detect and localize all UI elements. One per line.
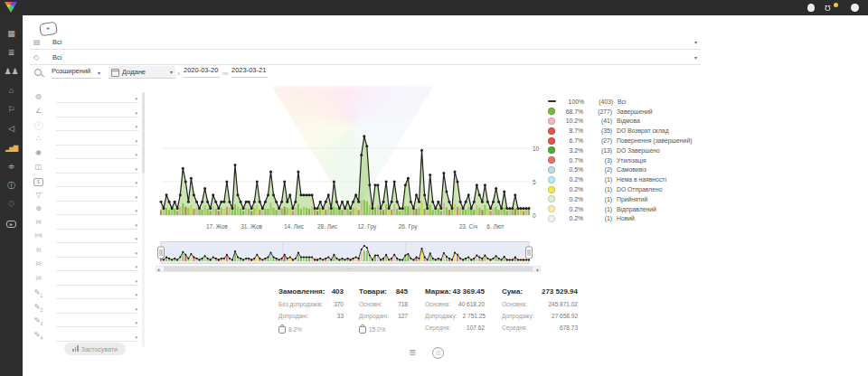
legend-item[interactable]: 3.2%(13)DO Завершено xyxy=(548,146,692,155)
legend-label: Прийнятий xyxy=(617,196,647,202)
stats-row: Основна:245 871.02 xyxy=(502,301,578,307)
legend-label: Утилізація xyxy=(617,157,646,164)
video-guide-icon[interactable]: ▸ xyxy=(0,218,23,230)
legend-marker xyxy=(548,205,555,212)
legend-item[interactable]: 0.7%(3)Утилізація xyxy=(548,155,692,165)
utm-source-filter[interactable]: {s}▾ xyxy=(32,219,138,230)
date-field-dropdown[interactable]: Додане ▾ xyxy=(108,66,175,79)
dropdown-underline xyxy=(56,298,138,299)
chevron-down-icon: ▾ xyxy=(135,278,137,284)
legend-count: (1) xyxy=(586,186,612,193)
notifications-bell-icon[interactable]: Ω xyxy=(825,4,831,13)
stats-row-value: 678.73 xyxy=(560,324,578,331)
x-axis-label: 6. Лют xyxy=(486,223,504,230)
info-icon[interactable]: ⓘ xyxy=(0,180,23,192)
legend-item[interactable]: 0.5%(2)Самовивіз xyxy=(548,165,692,175)
date-to-input[interactable]: 2023-03-21 xyxy=(231,66,268,78)
trend-filter[interactable]: ∠▾ xyxy=(32,107,138,118)
utm-medium-filter[interactable]: {m}▾ xyxy=(32,232,138,244)
settings-sliders-icon[interactable]: ≑ xyxy=(0,161,23,173)
store-icon[interactable]: ⌂ xyxy=(0,85,23,97)
stats-title-value: 403 xyxy=(332,287,344,296)
user-icon[interactable] xyxy=(807,4,815,12)
orders-view-icon[interactable]: ≣ xyxy=(409,347,416,357)
stats-row-value: 370 xyxy=(334,301,344,307)
notification-badge xyxy=(834,3,838,7)
legend-item[interactable]: 0.2%(1)Відправлений xyxy=(548,204,692,214)
custom-field-4-filter[interactable]: ✎4▾ xyxy=(32,331,138,343)
legend-item[interactable]: 10.2%(41)Відмова xyxy=(548,117,692,127)
legend-item[interactable]: 8.7%(35)DO Возврат склад xyxy=(548,126,692,136)
legend-item[interactable]: 6.7%(27)Повернення (завершений) xyxy=(548,136,692,146)
pricing-tag-icon[interactable]: ⚐ xyxy=(0,104,23,116)
clients-icon[interactable]: ♟♟ xyxy=(0,66,23,78)
custom-field-3-filter[interactable]: ✎3▾ xyxy=(32,316,138,328)
app-logo-icon[interactable] xyxy=(5,2,17,13)
status-filter[interactable]: ▤ Всі ▾ xyxy=(30,36,701,50)
help-filter[interactable]: ?▾ xyxy=(32,120,138,132)
country-filter[interactable]: ◍▾ xyxy=(32,92,138,104)
legend-percent: 0.2% xyxy=(560,196,583,202)
legend-count: (41) xyxy=(586,118,612,124)
stats-column: Маржа:43 369.45Основна:40 618.20Допродаж… xyxy=(425,287,485,331)
stats-title: Замовлення:403 xyxy=(278,287,344,296)
location-filter[interactable]: ◉▾ xyxy=(32,148,138,160)
chart-navigator[interactable] xyxy=(156,241,541,265)
status-filter-value: Всі xyxy=(52,38,61,46)
svg-text:10: 10 xyxy=(533,146,540,152)
legend-label: Нема в наявності xyxy=(617,176,666,183)
funnel-filter[interactable]: ▽▾ xyxy=(32,191,138,202)
payment-filter[interactable]: $▾ xyxy=(32,176,138,188)
statistics-chart-icon[interactable]: ▂▅▇ xyxy=(0,142,23,154)
legend-item[interactable]: 0.2%(1)DO Отправлено xyxy=(548,184,692,194)
legend-item[interactable]: 0.2%(1)Нема в наявності xyxy=(548,174,692,184)
products-filter[interactable]: ◇ Всі ▾ xyxy=(30,52,701,65)
stats-row: Основні:718 xyxy=(359,301,408,307)
chevron-down-icon: ▾ xyxy=(135,180,137,185)
marketing-megaphone-icon[interactable]: ◁ xyxy=(0,123,23,135)
product-icon: ◫ xyxy=(32,163,45,171)
legend-item[interactable]: 0.2%(1)Прийнятий xyxy=(548,194,692,204)
legend-item[interactable]: 0.2%(1)Новий xyxy=(548,214,692,224)
filter-panel-scrollbar[interactable] xyxy=(142,92,145,347)
scroll-left-icon[interactable]: ◂ xyxy=(157,267,160,272)
utm-term-filter[interactable]: {t}▾ xyxy=(32,247,138,258)
scrollbar-thumb[interactable] xyxy=(142,92,145,174)
dropdown-underline xyxy=(56,270,138,271)
calendar-icon xyxy=(111,69,119,77)
legend-marker xyxy=(548,127,555,135)
custom-field-1-filter[interactable]: ✎1▾ xyxy=(32,288,138,300)
svg-text:5: 5 xyxy=(533,179,536,185)
funnel-icon: ▽ xyxy=(32,191,45,199)
navigator-handle[interactable] xyxy=(526,247,533,258)
legend-marker xyxy=(548,215,555,222)
legend-count: (3) xyxy=(586,157,612,164)
navigator-handle[interactable] xyxy=(158,247,165,258)
structure-filter[interactable]: ∴▾ xyxy=(32,135,138,146)
stats-title-value: 845 xyxy=(396,287,408,296)
stats-row-value: 2 751.25 xyxy=(463,313,486,319)
date-from-input[interactable]: 2020-03-20 xyxy=(184,66,220,78)
website-filter[interactable]: ⊕▾ xyxy=(32,204,138,216)
utm-content-filter[interactable]: {c}▾ xyxy=(32,260,138,272)
apply-button[interactable]: Застосувати xyxy=(64,343,126,355)
dashboard-icon[interactable]: ▦ xyxy=(0,28,23,40)
legend-item[interactable]: 68.7%(277)Завершений xyxy=(548,107,692,117)
orders-list-icon[interactable]: ≣ xyxy=(0,47,23,59)
scrollbar-thumb[interactable]: ⋯ xyxy=(164,267,533,271)
legend-percent: 100% xyxy=(561,99,584,105)
custom-field-2-filter[interactable]: ✎2▾ xyxy=(32,303,138,315)
avatar-icon[interactable] xyxy=(851,4,859,12)
legend-item[interactable]: 100%(403)Всі xyxy=(548,97,692,107)
date-from-label: з xyxy=(177,70,180,76)
legend-count: (1) xyxy=(586,206,612,212)
chart-scrollbar[interactable]: ◂ ⋯ ▸ xyxy=(156,266,541,272)
product-filter[interactable]: ◫▾ xyxy=(32,163,138,174)
scroll-right-icon[interactable]: ▸ xyxy=(536,267,539,272)
stats-row-label: Допродажу: xyxy=(502,313,534,319)
utm-campaign-filter[interactable]: {x}▾ xyxy=(32,275,138,287)
video-tutorial-icon[interactable]: ▸ xyxy=(39,22,58,37)
partners-heart-icon[interactable]: ♡ xyxy=(0,199,23,211)
products-view-icon[interactable]: ◫ xyxy=(432,347,444,359)
search-mode-dropdown[interactable]: Розширений ▾ xyxy=(52,67,100,79)
